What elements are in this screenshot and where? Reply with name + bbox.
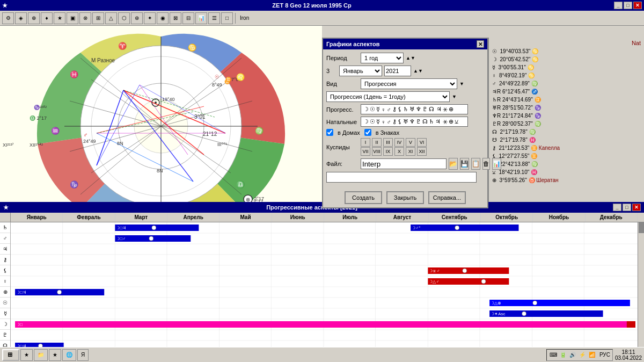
toolbar-btn-10[interactable]: ⬡ [118, 12, 130, 24]
progr-p13: ⚹ [443, 106, 448, 113]
timeline-container: Январь Февраль Март Апрель Май Июнь Июль… [0, 213, 644, 350]
nat-sun: ☉ [370, 118, 375, 125]
cusp-7[interactable]: VII [361, 147, 370, 156]
taskbar-zet[interactable]: ★ [20, 349, 33, 361]
cusp-6[interactable]: VI [417, 138, 427, 147]
svg-text:♋: ♋ [188, 43, 197, 52]
year-input[interactable] [384, 66, 411, 76]
dialog-title-bar: Графики аспектов ✕ [323, 39, 487, 49]
row-header-empty [0, 213, 11, 222]
progr-label: Прогресс. [326, 106, 358, 113]
timeline-scrollbar[interactable] [638, 222, 644, 349]
bottom-maximize-button[interactable]: □ [623, 204, 631, 211]
svg-text:8°49: 8°49 [212, 82, 222, 88]
toolbar-btn-6[interactable]: ▣ [67, 12, 78, 24]
file-open-btn[interactable]: 📂 [449, 158, 458, 170]
file-save-btn[interactable]: 💾 [460, 158, 469, 170]
svg-text:♈: ♈ [118, 41, 127, 50]
svg-rect-86 [115, 225, 199, 231]
dialog-title-text: Графики аспектов [326, 41, 380, 47]
cusp-1[interactable]: I [361, 138, 370, 147]
svg-text:♌: ♌ [236, 73, 245, 82]
toolbar-btn-11[interactable]: ⊛ [131, 12, 143, 24]
row-sym-mars: ♂ [0, 233, 10, 244]
file-delete-btn[interactable]: 🗑 [482, 158, 490, 170]
toolbar-btn-8[interactable]: ⊞ [92, 12, 104, 24]
toolbar-btn-18[interactable]: □ [221, 12, 233, 24]
cusp-8[interactable]: VIII [372, 147, 382, 156]
month-oct: Октябрь [481, 213, 533, 222]
toolbar-btn-16[interactable]: 📊 [195, 12, 207, 24]
progr-mercury: ☿ [376, 106, 380, 113]
extra-input[interactable] [326, 172, 477, 183]
cusps-grid: I II III IV V VI VII VIII IX X XI XII [361, 138, 428, 156]
maximize-button[interactable]: □ [624, 2, 632, 9]
info-row-pluto: ♇R 28°00'52.37" ♍ [492, 120, 641, 128]
cusp-5[interactable]: V [406, 138, 415, 147]
period-select[interactable]: 1 год [361, 53, 404, 63]
month-nov: Ноябрь [533, 213, 585, 222]
toolbar-btn-14[interactable]: ⊠ [170, 12, 181, 24]
nat-p10: ☊ [422, 118, 428, 125]
svg-text:8N: 8N [157, 168, 163, 173]
svg-text:♒: ♒ [51, 126, 60, 135]
cusp-3[interactable]: III [383, 138, 393, 147]
scrollbar-thumb[interactable] [639, 222, 644, 233]
toolbar-btn-5[interactable]: ★ [54, 12, 65, 24]
close-button[interactable]: ✕ [633, 2, 642, 9]
cusps-label: Куспиды [326, 144, 358, 150]
dialog-close-button[interactable]: ✕ [477, 40, 484, 48]
start-button[interactable]: ⊞ [2, 349, 19, 361]
file-input[interactable] [361, 158, 447, 169]
taskbar-folder[interactable]: 📁 [34, 349, 48, 361]
planets-houses-checkbox[interactable] [326, 129, 333, 136]
cusp-10[interactable]: X [394, 147, 404, 156]
progr-symbols-box: ☽ ☉ ☿ ♀ ♂ ⚷ ⚸ ♄ ♅ ♆ ♇ ☊ ♃ ⚹ ⊕ [361, 104, 468, 114]
cusp-11[interactable]: XI [406, 147, 415, 156]
month-select[interactable]: Январь [339, 66, 382, 76]
row-sym-moon: ☽ [0, 319, 10, 330]
bt-icon: ⚡ [578, 351, 587, 359]
bottom-minimize-btn[interactable]: ★ [3, 204, 9, 211]
planets-signs-checkbox[interactable] [364, 129, 371, 136]
toolbar-btn-15[interactable]: ⊟ [182, 12, 194, 24]
toolbar-btn-3[interactable]: ⊕ [28, 12, 40, 24]
progr-p10: ♇ [422, 106, 428, 113]
toolbar-btn-12[interactable]: ✦ [144, 12, 156, 24]
toolbar-btn-7[interactable]: ⊗ [79, 12, 91, 24]
toolbar-btn-2[interactable]: ◈ [15, 12, 27, 24]
bottom-minimize-button[interactable]: _ [613, 204, 621, 211]
info-row-uranus: ♅R 28°51'50.72" ♑ [492, 104, 641, 112]
svg-rect-104 [489, 310, 603, 317]
toolbar-btn-13[interactable]: ◉ [157, 12, 169, 24]
view-select[interactable]: Прогрессия [361, 78, 457, 89]
bottom-close-button[interactable]: ✕ [632, 204, 641, 211]
cusp-4[interactable]: IV [394, 138, 404, 147]
svg-point-94 [463, 269, 467, 273]
toolbar-btn-9[interactable]: △ [105, 12, 117, 24]
cusp-9[interactable]: IX [383, 147, 393, 156]
toolbar-btn-4[interactable]: ♦ [41, 12, 53, 24]
info-row-snode: ☋ 2°17'19.78" ♓ [492, 136, 641, 144]
system-time: 18:11 03.04.2022 [615, 349, 642, 361]
month-mar: Март [115, 213, 167, 222]
svg-rect-92 [428, 267, 509, 274]
taskbar-yandex[interactable]: Я [77, 349, 89, 361]
minimize-button[interactable]: _ [614, 2, 623, 9]
create-button[interactable]: Создать [345, 191, 382, 204]
svg-point-106 [522, 312, 526, 316]
month-dec: Декабрь [586, 213, 638, 222]
cusp-2[interactable]: II [372, 138, 382, 147]
close-button[interactable]: Закрыть [386, 191, 424, 204]
taskbar-app1[interactable]: ★ [49, 349, 61, 361]
file-extra-btn[interactable]: 📊 [492, 158, 501, 170]
help-button[interactable]: Справка... [428, 191, 466, 204]
toolbar-btn-17[interactable]: ☰ [208, 12, 220, 24]
taskbar-ie[interactable]: 🌐 [62, 349, 76, 361]
cusp-12[interactable]: XII [417, 147, 427, 156]
file-export-btn[interactable]: 📋 [471, 158, 480, 170]
svg-text:III⁰⁵¹: III⁰⁵¹ [217, 142, 228, 147]
toolbar-btn-1[interactable]: ⚙ [2, 12, 14, 24]
svg-text:♑²²⁴²: ♑²²⁴² [34, 104, 47, 111]
prog-formula-select[interactable]: Прогрессия (1день = 1году) [326, 91, 450, 102]
